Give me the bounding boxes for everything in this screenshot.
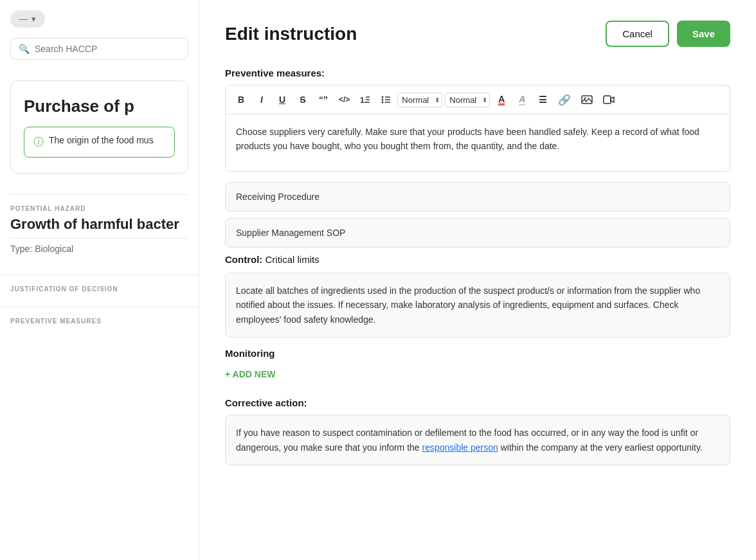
font-color-button[interactable]: A [492, 91, 510, 109]
bold-button[interactable]: B [232, 91, 250, 109]
justification-label: JUSTIFICATION OF DECISION [10, 285, 188, 293]
hazard-section: POTENTIAL HAZARD Growth of harmful bacte… [0, 195, 199, 275]
justification-section: JUSTIFICATION OF DECISION [0, 275, 199, 307]
dropdown-label: — [19, 14, 28, 24]
monitoring-section: Monitoring + ADD NEW [225, 348, 730, 382]
control-text: Locate all batches of ingredients used i… [236, 285, 700, 325]
purchase-title: Purchase of p [24, 96, 175, 116]
font-style-select-wrapper: Normal [397, 93, 442, 107]
svg-rect-10 [582, 96, 592, 104]
search-input[interactable] [35, 44, 180, 54]
svg-point-6 [382, 102, 384, 104]
svg-point-5 [382, 99, 384, 101]
svg-text:1.: 1. [360, 96, 366, 105]
strikethrough-button[interactable]: S [294, 91, 312, 109]
responsible-person-link[interactable]: responsible person [422, 442, 498, 453]
cancel-button[interactable]: Cancel [606, 21, 669, 47]
left-panel: — ▾ 🔍 Purchase of p ⓘ The origin of the … [0, 0, 199, 560]
page-header: Edit instruction Cancel Save [225, 21, 730, 47]
image-button[interactable] [577, 91, 597, 109]
monitoring-title: Monitoring [225, 348, 730, 359]
font-color-icon: A [498, 94, 505, 105]
code-button[interactable]: </> [335, 91, 354, 109]
font-size-select-wrapper: Normal [445, 93, 490, 107]
corrective-text-2: within the company at the very earliest … [498, 442, 703, 453]
hazard-label: POTENTIAL HAZARD [10, 205, 188, 212]
origin-text: The origin of the food mus [49, 135, 154, 145]
align-button[interactable]: ☰ [534, 91, 552, 109]
link-button[interactable]: 🔗 [554, 91, 575, 109]
chevron-down-icon: ▾ [32, 14, 36, 24]
font-size-select[interactable]: Normal [445, 93, 490, 107]
search-bar: 🔍 [10, 38, 188, 60]
corrective-content: If you have reason to suspect contaminat… [225, 415, 730, 465]
editor-content[interactable]: Choose suppliers very carefully. Make su… [225, 114, 730, 172]
origin-box: ⓘ The origin of the food mus [24, 127, 175, 158]
save-button[interactable]: Save [677, 21, 730, 47]
hazard-title: Growth of harmful bacter [10, 216, 188, 233]
editor-text: Choose suppliers very carefully. Make su… [236, 127, 699, 151]
svg-rect-12 [604, 96, 611, 104]
info-icon: ⓘ [33, 136, 44, 149]
header-actions: Cancel Save [606, 21, 730, 47]
font-bg-button[interactable]: A [513, 91, 531, 109]
font-style-select[interactable]: Normal [397, 93, 442, 107]
blockquote-button[interactable]: “” [314, 91, 332, 109]
preventive-label: PREVENTIVE MEASURES [10, 318, 188, 325]
control-content: Locate all batches of ingredients used i… [225, 273, 730, 338]
search-icon: 🔍 [19, 44, 30, 54]
purchase-card: Purchase of p ⓘ The origin of the food m… [10, 80, 188, 174]
underline-button[interactable]: U [273, 91, 291, 109]
add-new-button[interactable]: + ADD NEW [225, 366, 275, 382]
preventive-section: PREVENTIVE MEASURES [0, 307, 199, 339]
sub-item-1: Receiving Procedure [225, 182, 730, 212]
corrective-label: Corrective action: [225, 397, 730, 408]
control-section-title: Control: Critical limits [225, 254, 730, 265]
divider-2 [10, 238, 188, 239]
font-bg-icon: A [519, 94, 525, 105]
sub-item-2: Supplier Management SOP [225, 218, 730, 248]
video-button[interactable] [599, 91, 618, 109]
preventive-field-label: Preventive measures: [225, 68, 730, 78]
unordered-list-button[interactable] [377, 91, 395, 109]
right-panel: Edit instruction Cancel Save Preventive … [199, 0, 756, 560]
type-text: Type: Biological [10, 244, 188, 254]
italic-button[interactable]: I [253, 91, 271, 109]
page-title: Edit instruction [225, 24, 357, 44]
dropdown-button[interactable]: — ▾ [10, 10, 45, 28]
ordered-list-button[interactable]: 1. [356, 91, 374, 109]
svg-point-4 [382, 96, 384, 98]
svg-point-11 [584, 98, 586, 100]
editor-toolbar: B I U S “” </> 1. Norma [225, 85, 730, 114]
